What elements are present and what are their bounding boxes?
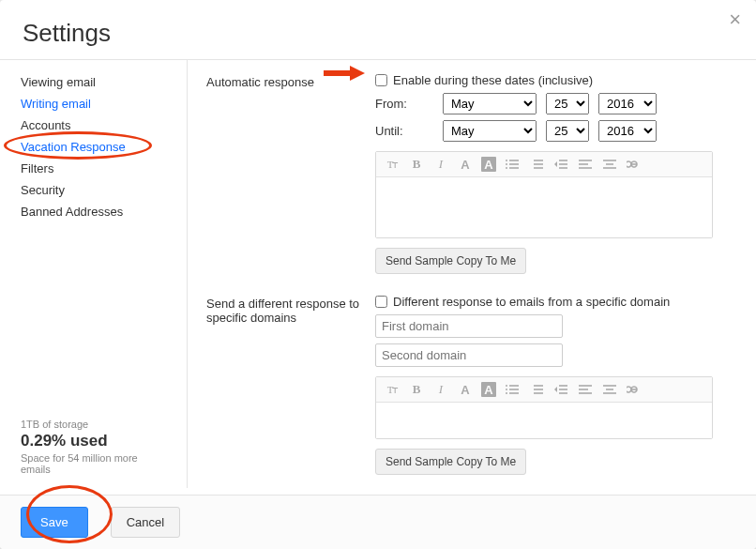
bold-icon[interactable]: B — [408, 381, 425, 398]
from-month-select[interactable]: May — [443, 93, 537, 114]
save-button[interactable]: Save — [21, 507, 88, 538]
from-year-select[interactable]: 2016 — [598, 93, 657, 114]
svg-point-22 — [506, 385, 507, 387]
vacation-message-editor: Tᴛ B I A A — [375, 151, 713, 238]
from-label: From: — [375, 97, 433, 111]
until-day-select[interactable]: 25 — [546, 120, 589, 142]
domain-response-label: Different response to emails from a spec… — [393, 295, 670, 309]
cancel-button[interactable]: Cancel — [111, 507, 180, 538]
text-color-icon[interactable]: A — [457, 381, 474, 398]
highlight-icon[interactable]: A — [481, 382, 496, 397]
second-domain-input[interactable] — [375, 343, 563, 367]
italic-icon[interactable]: I — [432, 156, 449, 173]
sidebar-item-writing-email[interactable]: Writing email — [0, 93, 187, 114]
text-color-icon[interactable]: A — [457, 156, 474, 173]
bullet-list-icon[interactable] — [504, 156, 521, 173]
svg-point-3 — [506, 160, 507, 161]
bullet-list-icon[interactable] — [504, 381, 521, 398]
align-left-icon[interactable] — [577, 156, 594, 173]
text-size-icon[interactable]: Tᴛ — [384, 156, 401, 173]
sidebar-item-vacation-response[interactable]: Vacation Response — [0, 136, 187, 158]
settings-sidebar: Viewing email Writing email Accounts Vac… — [0, 60, 188, 488]
close-icon[interactable]: × — [729, 9, 741, 30]
highlight-icon[interactable]: A — [481, 157, 496, 172]
svg-point-4 — [506, 163, 507, 165]
until-label: Until: — [375, 124, 433, 138]
storage-remaining: Space for 54 million more emails — [21, 452, 166, 475]
align-left-icon[interactable] — [577, 381, 594, 398]
sidebar-item-accounts[interactable]: Accounts — [0, 114, 187, 136]
svg-point-24 — [506, 392, 507, 394]
send-sample-button[interactable]: Send Sample Copy To Me — [375, 248, 526, 274]
numbered-list-icon[interactable] — [528, 381, 545, 398]
storage-used: 0.29% used — [21, 432, 166, 450]
enable-vacation-checkbox[interactable] — [375, 74, 387, 86]
bold-icon[interactable]: B — [408, 156, 425, 173]
domain-response-checkbox[interactable] — [375, 296, 387, 308]
page-title: Settings — [23, 19, 733, 48]
domain-message-editor: Tᴛ B I A A — [375, 376, 713, 439]
domain-message-textarea[interactable] — [376, 403, 712, 438]
section-label-domain-response: Send a different response to specific do… — [206, 295, 375, 475]
sidebar-item-security[interactable]: Security — [0, 179, 187, 201]
section-label-automatic-response: Automatic response — [206, 73, 375, 274]
svg-point-23 — [506, 389, 507, 390]
text-size-icon[interactable]: Tᴛ — [384, 381, 401, 398]
align-center-icon[interactable] — [601, 381, 618, 398]
enable-vacation-label: Enable during these dates (inclusive) — [393, 73, 593, 87]
sidebar-item-viewing-email[interactable]: Viewing email — [0, 71, 187, 93]
vacation-message-textarea[interactable] — [376, 177, 712, 237]
until-month-select[interactable]: May — [443, 120, 537, 142]
send-sample-domain-button[interactable]: Send Sample Copy To Me — [375, 449, 526, 475]
from-day-select[interactable]: 25 — [546, 93, 589, 114]
sidebar-item-filters[interactable]: Filters — [0, 158, 187, 179]
outdent-icon[interactable] — [552, 381, 569, 398]
first-domain-input[interactable] — [375, 314, 563, 338]
storage-meter: 1TB of storage 0.29% used Space for 54 m… — [0, 413, 187, 480]
italic-icon[interactable]: I — [432, 381, 449, 398]
link-icon[interactable] — [626, 156, 643, 173]
sidebar-item-banned-addresses[interactable]: Banned Addresses — [0, 201, 187, 222]
numbered-list-icon[interactable] — [528, 156, 545, 173]
link-icon[interactable] — [626, 381, 643, 398]
storage-total: 1TB of storage — [21, 419, 166, 430]
align-center-icon[interactable] — [601, 156, 618, 173]
outdent-icon[interactable] — [552, 156, 569, 173]
svg-point-5 — [506, 167, 507, 169]
until-year-select[interactable]: 2016 — [598, 120, 657, 142]
